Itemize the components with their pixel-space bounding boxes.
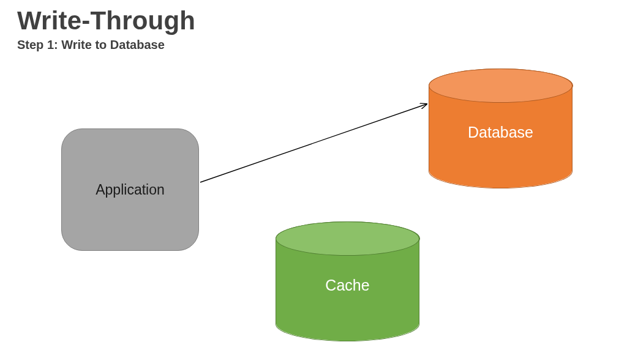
application-node: Application (61, 128, 199, 251)
diagram-subtitle: Step 1: Write to Database (17, 38, 165, 52)
cache-label: Cache (276, 277, 419, 294)
database-cylinder-lid (429, 69, 573, 103)
cache-cylinder-lid (276, 221, 419, 256)
diagram-stage: Write-Through Step 1: Write to Database … (0, 0, 627, 364)
database-label: Database (429, 124, 573, 141)
cache-node: Cache (276, 239, 419, 341)
database-node: Database (429, 86, 573, 188)
application-label: Application (96, 182, 165, 198)
svg-line-0 (200, 104, 427, 182)
diagram-title: Write-Through (17, 6, 195, 35)
